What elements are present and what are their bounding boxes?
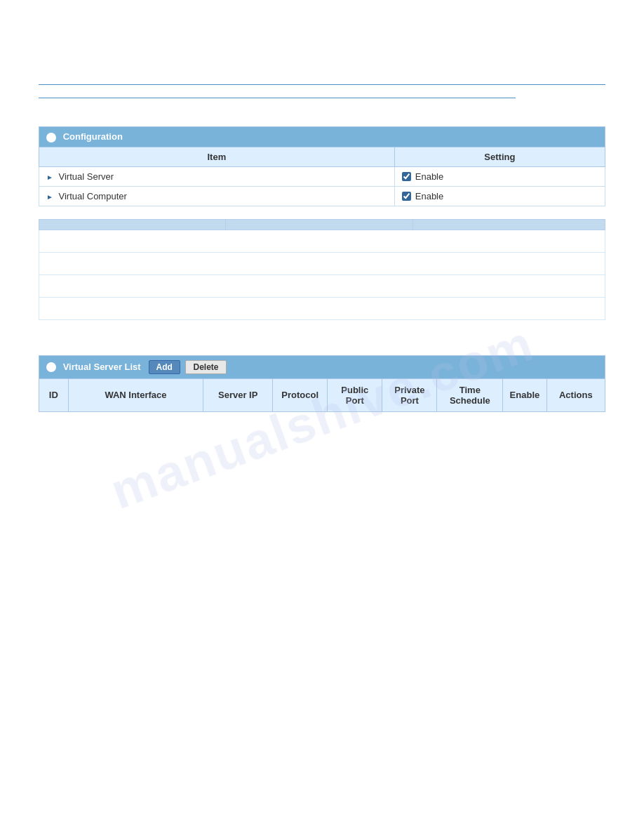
vs-middle-header-row bbox=[39, 219, 605, 230]
vsl-delete-button[interactable]: Delete bbox=[185, 360, 226, 374]
vsl-col-private-port: PrivatePort bbox=[382, 378, 437, 411]
arrow-virtual-computer: ► bbox=[46, 193, 53, 201]
config-table-header-row: Configuration bbox=[39, 127, 605, 147]
configuration-table: Configuration Item Setting ► Virtual Ser… bbox=[39, 126, 605, 206]
virtual-server-checkbox[interactable] bbox=[402, 172, 411, 181]
vsl-header-row: Virtual Server List Add Delete bbox=[39, 355, 605, 378]
vsl-col-actions: Actions bbox=[546, 378, 605, 411]
vsl-col-enable: Enable bbox=[503, 378, 546, 411]
config-row-virtual-server-label: ► Virtual Server bbox=[39, 166, 395, 186]
top-divider bbox=[39, 84, 605, 85]
vsl-col-wan-interface: WAN Interface bbox=[68, 378, 203, 411]
vs-middle-row1 bbox=[39, 230, 605, 252]
vsl-col-id: ID bbox=[39, 378, 69, 411]
vsl-header-icon bbox=[46, 362, 56, 372]
vs-middle-col3 bbox=[412, 219, 605, 230]
config-col-item: Item bbox=[39, 147, 395, 166]
vs-middle-row2 bbox=[39, 252, 605, 274]
vs-middle-data1 bbox=[39, 230, 605, 252]
config-row-virtual-computer-setting: Enable bbox=[394, 186, 605, 206]
virtual-computer-checkbox[interactable] bbox=[402, 192, 411, 201]
vsl-col-time-schedule: TimeSchedule bbox=[437, 378, 503, 411]
config-row-virtual-server-setting: Enable bbox=[394, 166, 605, 186]
vs-middle-data2 bbox=[39, 252, 605, 274]
vs-middle-data4 bbox=[39, 297, 605, 319]
vs-middle-col1 bbox=[39, 219, 226, 230]
vs-middle-table bbox=[39, 219, 605, 320]
config-row-virtual-server: ► Virtual Server Enable bbox=[39, 166, 605, 186]
config-table-title: Configuration bbox=[39, 127, 605, 147]
vs-middle-row4 bbox=[39, 297, 605, 319]
vsl-col-public-port: PublicPort bbox=[328, 378, 382, 411]
vsl-title-text: Virtual Server List bbox=[63, 362, 141, 372]
vs-middle-row3 bbox=[39, 274, 605, 297]
config-title-text: Configuration bbox=[63, 131, 123, 142]
vs-middle-col2 bbox=[226, 219, 412, 230]
config-header-icon bbox=[46, 133, 56, 143]
arrow-virtual-server: ► bbox=[46, 173, 53, 181]
vsl-col-protocol: Protocol bbox=[273, 378, 328, 411]
config-col-setting: Setting bbox=[394, 147, 605, 166]
config-row-virtual-computer: ► Virtual Computer Enable bbox=[39, 186, 605, 206]
config-col-header-row: Item Setting bbox=[39, 147, 605, 166]
vsl-col-server-ip: Server IP bbox=[203, 378, 273, 411]
virtual-server-enable-cell: Enable bbox=[402, 171, 598, 182]
vsl-header-cell: Virtual Server List Add Delete bbox=[39, 355, 605, 378]
virtual-computer-enable-cell: Enable bbox=[402, 191, 598, 201]
second-divider bbox=[39, 98, 516, 98]
vsl-col-header-row: ID WAN Interface Server IP Protocol Publ… bbox=[39, 378, 605, 411]
vsl-add-button[interactable]: Add bbox=[149, 360, 180, 374]
vs-middle-data3 bbox=[39, 274, 605, 297]
config-row-virtual-computer-label: ► Virtual Computer bbox=[39, 186, 395, 206]
virtual-server-list-table: Virtual Server List Add Delete ID WAN In… bbox=[39, 355, 605, 412]
